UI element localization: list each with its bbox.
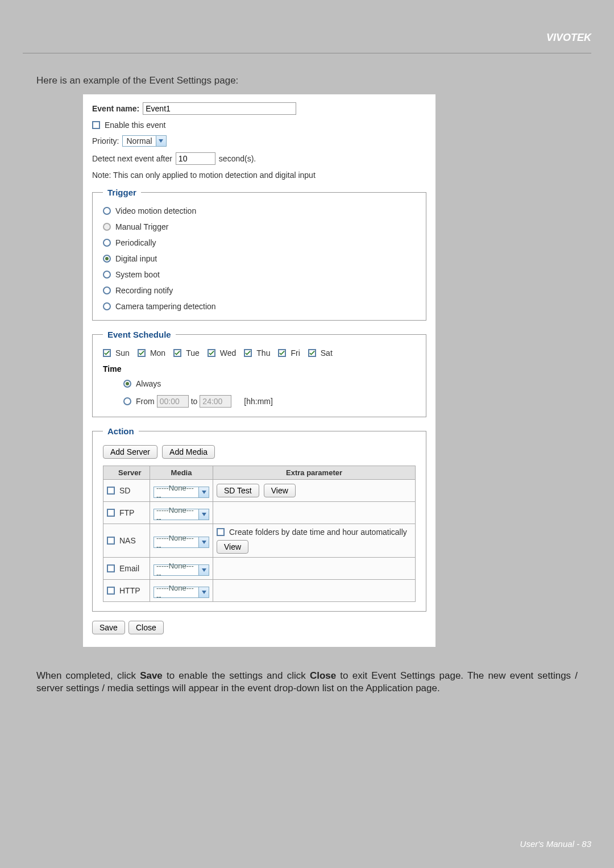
day-wed-checkbox[interactable]	[208, 349, 215, 357]
day-tue-label: Tue	[186, 348, 200, 358]
time-always-label: Always	[136, 379, 161, 388]
table-row: FTP -----None-----	[103, 502, 416, 524]
table-row: HTTP -----None-----	[103, 580, 416, 602]
server-ftp-checkbox[interactable]	[107, 509, 115, 517]
server-nas-label: NAS	[119, 536, 136, 545]
chevron-down-icon	[198, 509, 209, 520]
time-from-radio[interactable]	[123, 397, 131, 405]
nas-folders-label: Create folders by date time and hour aut…	[229, 528, 407, 537]
chevron-down-icon	[198, 587, 209, 597]
table-row: NAS -----None----- Create folders by dat…	[103, 524, 416, 558]
trigger-camera-tampering-radio[interactable]	[103, 302, 111, 310]
nas-folders-checkbox[interactable]	[217, 528, 225, 536]
close-button[interactable]: Close	[128, 621, 164, 634]
server-sd-checkbox[interactable]	[107, 487, 115, 495]
server-email-label: Email	[119, 564, 139, 573]
day-mon-checkbox[interactable]	[138, 349, 146, 357]
server-http-label: HTTP	[119, 586, 140, 595]
detect-label-pre: Detect next event after	[92, 154, 172, 163]
closing-text: When completed, click Save to enable the…	[36, 670, 578, 695]
detect-label-post: second(s).	[219, 154, 256, 163]
action-table: Server Media Extra parameter SD -----Non…	[103, 466, 416, 602]
add-server-button[interactable]: Add Server	[103, 445, 157, 459]
sd-test-button[interactable]: SD Test	[217, 484, 259, 497]
trigger-manual-label: Manual Trigger	[115, 222, 168, 231]
save-button[interactable]: Save	[92, 621, 125, 634]
chevron-down-icon	[198, 487, 209, 497]
day-wed-label: Wed	[220, 348, 237, 358]
enable-event-label: Enable this event	[105, 121, 165, 130]
time-to-input[interactable]	[200, 395, 231, 408]
day-thu-checkbox[interactable]	[244, 349, 252, 357]
trigger-recording-notify-radio[interactable]	[103, 286, 111, 294]
priority-label: Priority:	[92, 136, 119, 146]
th-media: Media	[150, 466, 213, 480]
day-sat-label: Sat	[321, 348, 333, 358]
day-sun-checkbox[interactable]	[103, 349, 111, 357]
media-nas-select[interactable]: -----None-----	[154, 537, 209, 548]
sd-view-button[interactable]: View	[264, 484, 296, 497]
chevron-down-icon	[198, 537, 209, 547]
trigger-fieldset: Trigger Video motion detection Manual Tr…	[92, 188, 426, 321]
time-format: [hh:mm]	[244, 397, 273, 406]
trigger-video-motion-radio[interactable]	[103, 207, 111, 215]
day-thu-label: Thu	[256, 348, 270, 358]
server-ftp-label: FTP	[119, 508, 134, 517]
th-server: Server	[103, 466, 150, 480]
media-http-select[interactable]: -----None-----	[154, 587, 209, 598]
chevron-down-icon	[198, 565, 209, 575]
add-media-button[interactable]: Add Media	[162, 445, 215, 459]
server-nas-checkbox[interactable]	[107, 537, 115, 545]
media-email-value: -----None-----	[154, 561, 198, 579]
trigger-recording-notify-label: Recording notify	[115, 286, 173, 295]
trigger-video-motion-label: Video motion detection	[115, 206, 196, 215]
chevron-down-icon	[156, 136, 166, 146]
media-ftp-select[interactable]: -----None-----	[154, 509, 209, 520]
event-name-input[interactable]	[143, 102, 296, 115]
media-email-select[interactable]: -----None-----	[154, 564, 209, 576]
table-row: SD -----None----- SD TestView	[103, 480, 416, 502]
enable-event-checkbox[interactable]	[92, 121, 100, 129]
table-row: Email -----None-----	[103, 558, 416, 580]
day-sun-label: Sun	[115, 348, 130, 358]
day-tue-checkbox[interactable]	[173, 349, 181, 357]
action-fieldset: Action Add Server Add Media Server Media…	[92, 426, 426, 612]
server-http-checkbox[interactable]	[107, 587, 115, 595]
trigger-camera-tampering-label: Camera tampering detection	[115, 302, 216, 311]
trigger-digital-input-label: Digital input	[115, 254, 157, 263]
footer-text: User's Manual - 83	[520, 839, 591, 849]
media-ftp-value: -----None-----	[154, 505, 198, 524]
detect-seconds-input[interactable]	[176, 152, 215, 165]
th-extra: Extra parameter	[213, 466, 416, 480]
media-sd-value: -----None-----	[154, 483, 198, 501]
trigger-system-boot-label: System boot	[115, 270, 160, 279]
trigger-periodically-radio[interactable]	[103, 239, 111, 247]
trigger-system-boot-radio[interactable]	[103, 271, 111, 279]
time-from-label: From	[136, 397, 155, 406]
day-fri-checkbox[interactable]	[278, 349, 286, 357]
trigger-manual-radio[interactable]	[103, 223, 111, 231]
event-name-label: Event name:	[92, 104, 139, 113]
days-row: Sun Mon Tue Wed Thu Fri Sat	[103, 348, 416, 358]
trigger-digital-input-radio[interactable]	[103, 255, 111, 263]
action-legend: Action	[103, 426, 139, 436]
time-label: Time	[103, 364, 416, 373]
priority-value: Normal	[123, 136, 155, 146]
schedule-fieldset: Event Schedule Sun Mon Tue Wed Thu Fri S…	[92, 330, 426, 417]
media-nas-value: -----None-----	[154, 533, 198, 551]
nas-view-button[interactable]: View	[217, 540, 248, 554]
server-sd-label: SD	[119, 486, 130, 495]
time-from-input[interactable]	[157, 395, 189, 408]
day-mon-label: Mon	[150, 348, 165, 358]
media-http-value: -----None-----	[154, 583, 198, 601]
priority-select[interactable]: Normal	[122, 135, 166, 147]
time-always-radio[interactable]	[123, 380, 131, 388]
form-panel: Event name: Enable this event Priority: …	[83, 94, 435, 647]
media-sd-select[interactable]: -----None-----	[154, 487, 209, 498]
note-text: Note: This can only applied to motion de…	[92, 171, 316, 180]
brand: VIVOTEK	[546, 32, 591, 44]
day-sat-checkbox[interactable]	[308, 349, 316, 357]
server-email-checkbox[interactable]	[107, 564, 115, 572]
trigger-periodically-label: Periodically	[115, 238, 156, 247]
day-fri-label: Fri	[291, 348, 300, 358]
